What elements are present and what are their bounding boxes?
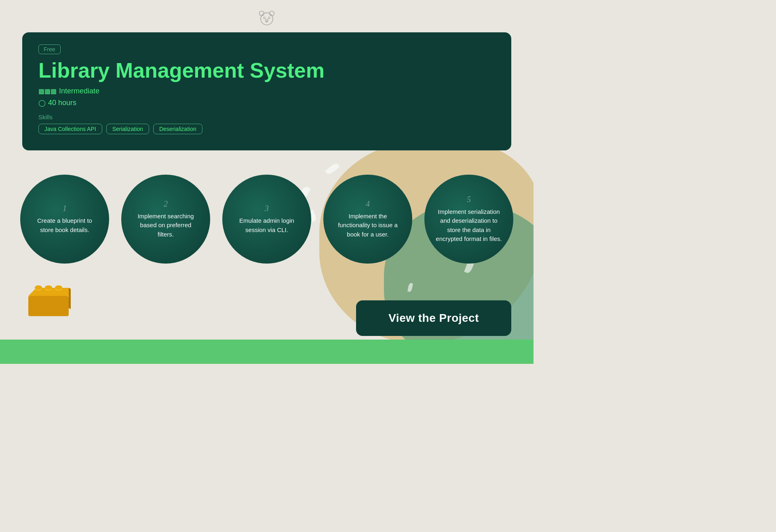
svg-point-3 xyxy=(264,17,265,19)
step-number-3: 3 xyxy=(265,204,269,213)
step-text-2: Implement searching based on preferred f… xyxy=(131,212,200,239)
step-number-4: 4 xyxy=(366,199,370,209)
step-text-5: Implement serialization and deserializat… xyxy=(434,207,503,244)
step-number-2: 2 xyxy=(164,199,168,209)
steps-section: 1Create a blueprint to store book detail… xyxy=(0,163,534,272)
svg-point-0 xyxy=(261,13,273,25)
step-circle-3: 3Emulate admin login session via CLI. xyxy=(222,175,311,264)
skills-list: Java Collections APISerializationDeseria… xyxy=(38,124,495,134)
time-text: 40 hours xyxy=(48,99,76,107)
bottom-section: View the Project xyxy=(0,272,534,340)
step-number-5: 5 xyxy=(467,195,471,204)
lego-decoration xyxy=(26,280,71,320)
svg-point-13 xyxy=(45,285,52,289)
step-circle-1: 1Create a blueprint to store book detail… xyxy=(20,175,109,264)
free-badge: Free xyxy=(38,44,61,54)
project-title: Library Management System xyxy=(38,59,495,82)
step-circle-5: 5Implement serialization and deserializa… xyxy=(424,175,513,264)
step-text-4: Implement the functionality to issue a b… xyxy=(333,212,402,239)
svg-rect-7 xyxy=(28,296,69,316)
level-row: ▩▩▩ Intermediate xyxy=(38,87,495,95)
level-icon: ▩▩▩ xyxy=(38,87,57,95)
skill-tag: Deserialization xyxy=(153,124,202,134)
step-circle-4: 4Implement the functionality to issue a … xyxy=(323,175,412,264)
bear-logo-icon xyxy=(257,8,277,28)
skill-tag: Serialization xyxy=(106,124,149,134)
step-text-1: Create a blueprint to store book details… xyxy=(30,216,99,234)
level-text: Intermediate xyxy=(59,87,99,95)
step-number-1: 1 xyxy=(63,204,67,213)
lego-icon xyxy=(26,280,71,318)
svg-point-4 xyxy=(268,17,270,19)
view-project-button[interactable]: View the Project xyxy=(356,300,511,336)
header-card: Free Library Management System ▩▩▩ Inter… xyxy=(22,32,511,150)
svg-marker-9 xyxy=(69,288,71,312)
step-text-3: Emulate admin login session via CLI. xyxy=(232,216,301,234)
step-circle-2: 2Implement searching based on preferred … xyxy=(121,175,210,264)
green-floor xyxy=(0,340,534,364)
skill-tag: Java Collections API xyxy=(38,124,102,134)
logo-area xyxy=(0,0,534,32)
time-row: ◯ 40 hours xyxy=(38,99,495,107)
clock-icon: ◯ xyxy=(38,99,46,107)
svg-point-15 xyxy=(55,285,62,289)
svg-point-11 xyxy=(35,285,42,289)
skills-label: Skills xyxy=(38,114,495,120)
